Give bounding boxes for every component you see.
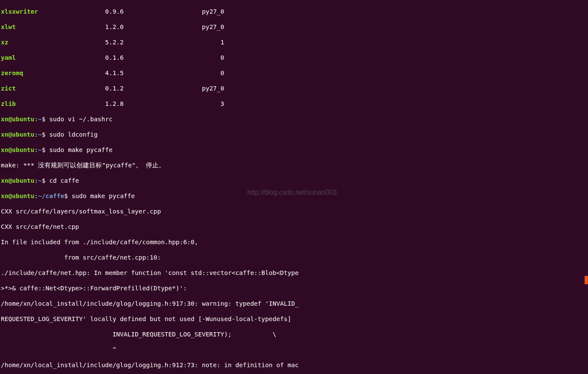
pkg-version: 1.2.8: [105, 100, 124, 107]
pkg-spacer2: [124, 8, 202, 15]
pkg-build: py27_0: [202, 85, 224, 92]
pkg-spacer2: [124, 85, 202, 92]
scrollbar-thumb[interactable]: [585, 276, 588, 284]
pkg-name: xlwt: [1, 23, 16, 30]
pkg-build: 3: [220, 100, 224, 107]
pkg-version: 0.1.2: [105, 85, 124, 92]
command-text: sudo vi ~/.bashrc: [49, 116, 113, 123]
prompt-line: xn@ubuntu:~$ sudo vi ~/.bashrc: [1, 115, 587, 123]
pkg-spacer: [8, 39, 105, 46]
pkg-build: 1: [220, 39, 224, 46]
prompt-path: ~: [38, 131, 42, 138]
output-line: INVALID_REQUESTED_LOG_SEVERITY); \: [1, 330, 587, 338]
output-line: /home/xn/local_install/include/glog/logg…: [1, 300, 587, 307]
pkg-spacer: [16, 23, 105, 30]
command-text: cd caffe: [49, 177, 79, 184]
prompt-colon: :: [35, 177, 38, 184]
pkg-spacer: [16, 54, 105, 61]
pkg-spacer2: [124, 39, 220, 46]
output-line: CXX src/caffe/layers/softmax_loss_layer.…: [1, 207, 587, 215]
prompt-user-host: xn@ubuntu: [1, 116, 35, 123]
prompt-line: xn@ubuntu:~/caffe$ sudo make pycaffe: [1, 192, 587, 200]
pkg-build: 0: [220, 54, 224, 61]
output-line: In file included from ./include/caffe/co…: [1, 238, 587, 246]
pkg-spacer2: [124, 70, 220, 76]
scrollbar-track[interactable]: [583, 0, 588, 374]
package-row: yaml 0.1.6 0: [1, 54, 587, 61]
output-line: ./include/caffe/net.hpp: In member funct…: [1, 269, 587, 277]
prompt-dollar: $: [42, 131, 46, 138]
prompt-user-host: xn@ubuntu: [1, 146, 35, 153]
pkg-version: 5.2.2: [105, 39, 124, 46]
output-line: >*>& caffe::Net<Dtype>::ForwardPrefilled…: [1, 284, 587, 292]
prompt-colon: :: [35, 146, 38, 153]
prompt-line: xn@ubuntu:~$ sudo make pycaffe: [1, 146, 587, 154]
command-text: sudo make pycaffe: [72, 193, 135, 199]
pkg-build: 0: [220, 70, 224, 76]
prompt-dollar: $: [42, 146, 46, 153]
prompt-line: xn@ubuntu:~$ sudo ldconfig: [1, 131, 587, 138]
package-row: zict 0.1.2 py27_0: [1, 85, 587, 92]
package-row: zlib 1.2.8 3: [1, 100, 587, 108]
prompt-dollar: $: [64, 193, 68, 199]
prompt-path: ~/caffe: [38, 193, 64, 199]
prompt-user-host: xn@ubuntu: [1, 193, 35, 199]
pkg-spacer: [23, 70, 105, 76]
pkg-name: xz: [1, 39, 8, 46]
pkg-spacer2: [124, 54, 220, 61]
prompt-dollar: $: [42, 177, 46, 184]
pkg-version: 0.9.6: [105, 8, 124, 15]
prompt-colon: :: [35, 193, 38, 199]
output-line: from src/caffe/net.cpp:10:: [1, 254, 587, 261]
prompt-path: ~: [38, 177, 42, 184]
output-line: make: *** 没有规则可以创建目标"pycaffe"。 停止。: [1, 161, 587, 169]
pkg-spacer: [16, 85, 105, 92]
pkg-version: 1.2.0: [105, 23, 124, 30]
output-line: CXX src/caffe/net.cpp: [1, 223, 587, 231]
pkg-name: zict: [1, 85, 16, 92]
pkg-spacer: [38, 8, 105, 15]
output-line: REQUESTED_LOG_SEVERITY' locally defined …: [1, 315, 587, 323]
package-row: zeromq 4.1.5 0: [1, 69, 587, 77]
prompt-path: ~: [38, 146, 42, 153]
prompt-path: ~: [38, 116, 42, 123]
pkg-name: zlib: [1, 100, 16, 107]
pkg-version: 4.1.5: [105, 70, 124, 76]
prompt-line: xn@ubuntu:~$ cd caffe: [1, 177, 587, 184]
output-line: ^: [1, 346, 587, 354]
pkg-version: 0.1.6: [105, 54, 124, 61]
pkg-spacer2: [124, 100, 220, 107]
output-line: /home/xn/local_install/include/glog/logg…: [1, 361, 587, 369]
prompt-dollar: $: [42, 116, 46, 123]
prompt-colon: :: [35, 131, 38, 138]
pkg-spacer: [16, 100, 105, 107]
terminal-output[interactable]: xlsxwriter 0.9.6 py27_0 xlwt 1.2.0 py27_…: [0, 0, 588, 374]
package-row: xlsxwriter 0.9.6 py27_0: [1, 8, 587, 15]
command-text: sudo ldconfig: [49, 131, 98, 138]
pkg-build: py27_0: [202, 8, 224, 15]
command-text: sudo make pycaffe: [49, 146, 113, 153]
prompt-user-host: xn@ubuntu: [1, 177, 35, 184]
prompt-colon: :: [35, 116, 38, 123]
package-row: xlwt 1.2.0 py27_0: [1, 23, 587, 31]
prompt-user-host: xn@ubuntu: [1, 131, 35, 138]
package-row: xz 5.2.2 1: [1, 38, 587, 46]
pkg-name: zeromq: [1, 70, 23, 76]
pkg-build: py27_0: [202, 23, 224, 30]
pkg-spacer2: [124, 23, 202, 30]
pkg-name: xlsxwriter: [1, 8, 38, 15]
pkg-name: yaml: [1, 54, 16, 61]
